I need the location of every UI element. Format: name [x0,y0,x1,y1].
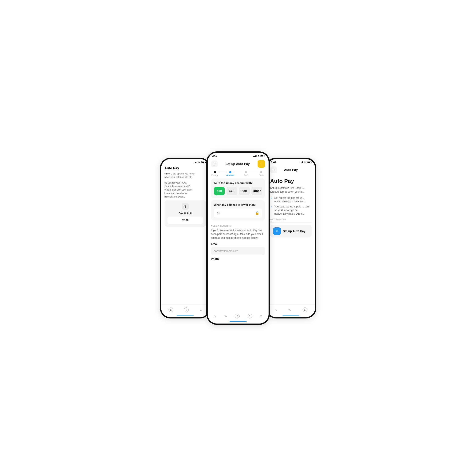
receipt-section: NEED A RECEIPT? If you'd like a receipt … [208,223,269,264]
receipt-label: NEED A RECEIPT? [211,225,265,227]
setup-autopay-btn[interactable]: ∞ Set up Auto Pay [270,225,312,238]
phone-right: 9:41 ∿ ← Auto Pay Auto Pay Se [266,158,316,319]
stepper-line-1 [219,172,226,172]
email-label: Email [211,242,265,245]
stepper-label-pay: Pay [244,174,248,176]
nav-pound-right[interactable]: £ [303,307,307,312]
trash-icon[interactable]: 🗑 [182,203,189,210]
back-arrow-center: ← [213,162,216,166]
nav-help-left[interactable]: ? [184,307,189,312]
nav-title-center: Set up Auto Pay [225,162,250,166]
lightning-btn-center[interactable]: ⚡ [257,160,265,168]
battery-icon-right [307,161,311,163]
back-button-center[interactable]: ← [211,160,218,167]
stepper-line-2 [234,172,242,172]
phone-label: Phone [211,257,265,260]
stepper-dot-energy [214,171,216,173]
graph-icon-right: ∿ [288,307,291,312]
left-desc2: op-ups for your PAYG your balance reache… [165,181,206,199]
battery-icon-center [260,155,264,157]
topup-card: Auto top-up my account with: £10 £20 £30… [211,178,265,198]
menu-icon-center: ≡ [260,314,262,319]
nav-help-center[interactable]: ? [248,314,252,319]
wifi-icon-right: ∿ [304,161,306,164]
bottom-nav-right: ⌂ ∿ £ [267,305,315,317]
balance-card: When my balance is lower than: £2 🔒 [211,200,265,221]
check-text-1: Set repeat top-ups for yo... meter when … [274,196,312,204]
nav-graph-right[interactable]: ∿ [288,307,291,312]
nav-header-right: ← Auto Pay [267,165,315,175]
nav-menu-center[interactable]: ≡ [260,314,262,319]
signal-icon-left [194,161,197,163]
status-bar-right: 9:41 ∿ [267,159,315,165]
stepper-center: Energy Amount Pay Done [208,169,269,176]
topup-title: Auto top-up my account with: [214,181,262,185]
stepper-dot-pay [245,171,247,173]
balance-title: When my balance is lower than: [214,203,262,206]
balance-value: £2 [217,211,220,215]
nav-title-right: Auto Pay [284,168,298,171]
get-started-label: GET STARTED [270,219,312,221]
status-icons-center: ∿ [253,154,264,157]
nav-home-right[interactable]: ⌂ [274,308,277,312]
pound-icon-left: £ [169,307,173,312]
left-desc: c PAYG top-ups so you never when your ba… [165,172,206,179]
stepper-line-3 [250,172,257,172]
amount-btn-30[interactable]: £30 [239,187,250,195]
email-placeholder: sam@example.com [214,249,238,253]
status-time-center: 9:41 [212,154,217,157]
amount-btn-10[interactable]: £10 [214,187,225,195]
status-time-right: 9:41 [271,161,276,164]
check-item-2: ✓ Your auto top-up is paid ... card, so … [270,205,312,216]
signal-icon-center [253,155,256,157]
bottom-indicator-right [283,315,299,316]
receipt-desc: If you'd like a receipt when your Auto P… [211,228,265,240]
left-body: c PAYG top-ups so you never when your ba… [161,171,209,228]
stepper-energy: Energy [211,171,219,176]
infinity-icon: ∞ [276,229,278,233]
nav-home-center[interactable]: ⌂ [214,314,216,319]
left-title: Auto Pay [165,166,179,170]
nav-graph-center[interactable]: ∿ [224,314,227,319]
help-icon-center: ? [248,314,252,319]
nav-menu-left[interactable]: ≡ [199,308,202,312]
nav-pound-center[interactable]: £ [235,314,239,319]
right-body: Auto Pay Set up automatic PAYG top-u... … [267,175,315,241]
nav-header-center: ← Set up Auto Pay ⚡ [208,158,269,169]
amount-options: £10 £20 £30 Other [214,187,262,195]
signal-icon-right [300,161,303,163]
credit-value: £2.00 [168,217,203,224]
credit-label: Credit limit [168,212,203,215]
graph-icon-center: ∿ [224,314,227,319]
back-button-right[interactable]: ← [270,166,277,173]
app-scene: ∿ Auto Pay c PAYG top-ups so you never w… [143,143,333,333]
stepper-dot-done [260,171,262,173]
bottom-nav-left: £ ? ≡ [161,305,209,317]
menu-icon-left: ≡ [199,308,202,312]
stepper-amount: Amount [226,171,234,176]
phone-left: ∿ Auto Pay c PAYG top-ups so you never w… [160,158,211,319]
balance-input[interactable]: £2 🔒 [214,208,262,218]
credit-box: 🗑 Credit limit £2.00 [165,200,206,227]
phone-center: 9:41 ∿ ← Set up Auto Pay ⚡ [206,152,270,325]
battery-icon-left [201,161,205,163]
stepper-dot-amount [229,171,231,173]
amount-btn-other[interactable]: Other [252,187,262,195]
nav-pound-left[interactable]: £ [169,307,173,312]
email-input[interactable]: sam@example.com [211,247,265,255]
autopay-desc: Set up automatic PAYG top-u... forget to… [270,186,312,194]
left-header: Auto Pay [161,165,209,171]
bottom-indicator-center [230,321,247,322]
check-text-2: Your auto top-up is paid ... card, so yo… [274,205,312,216]
stepper-pay: Pay [242,171,250,176]
lightning-icon-center: ⚡ [259,162,263,166]
status-bar-center: 9:41 ∿ [208,153,269,158]
wifi-icon-center: ∿ [257,154,260,157]
check-item-1: ✓ Set repeat top-ups for yo... meter whe… [270,196,312,204]
pound-icon-right: £ [303,307,307,312]
home-icon-right: ⌂ [274,308,277,312]
help-icon-left: ? [184,307,189,312]
status-icons-right: ∿ [300,161,311,164]
check-icon-2: ✓ [270,205,273,208]
amount-btn-20[interactable]: £20 [226,187,237,195]
